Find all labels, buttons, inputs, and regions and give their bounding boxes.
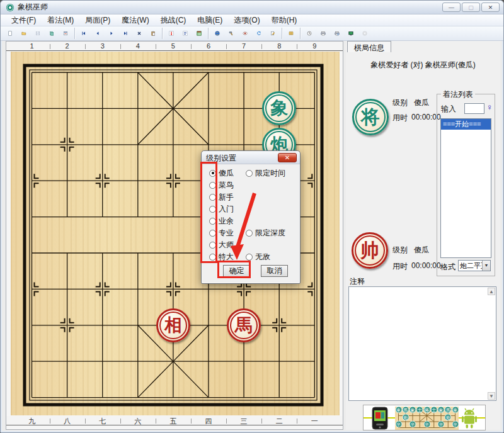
file-number-cn-label: 八 <box>64 417 71 426</box>
level-radio-1[interactable]: 菜鸟 <box>209 180 234 190</box>
toolbar-separator <box>162 28 163 39</box>
level-radio-7[interactable]: 特大 <box>209 252 234 262</box>
cancel-button[interactable]: 取消 <box>261 265 288 277</box>
pin-icon[interactable] <box>164 27 178 40</box>
level-radio-6[interactable]: 大师 <box>209 240 234 250</box>
print-icon[interactable] <box>316 27 330 40</box>
copy-icon[interactable] <box>45 27 59 40</box>
next-move-icon[interactable] <box>105 27 118 40</box>
move-input[interactable] <box>464 103 484 114</box>
red-general-piece: 帅 <box>352 232 388 269</box>
delete-move-icon[interactable] <box>132 27 146 40</box>
engine-icon[interactable] <box>224 27 238 40</box>
ruler-tick <box>261 419 262 424</box>
eye-icon[interactable] <box>238 27 252 40</box>
screen-icon[interactable] <box>344 27 358 40</box>
level-radio-2[interactable]: 新手 <box>209 192 234 202</box>
menu-item-4[interactable]: 挑战(C) <box>155 14 192 26</box>
black-time-label: 用时 <box>392 113 408 123</box>
radio-icon[interactable] <box>246 254 253 261</box>
level-radio-4[interactable]: 业余 <box>209 216 234 226</box>
dialog-close-icon[interactable]: ✕ <box>278 153 297 162</box>
menu-item-0[interactable]: 文件(F) <box>6 14 42 26</box>
menu-item-7[interactable]: 帮助(H) <box>266 14 303 26</box>
previous-move-icon[interactable] <box>91 27 105 40</box>
comment-box[interactable]: ▲ ▼ <box>348 286 496 401</box>
option-radio-2[interactable]: 无敌 <box>246 252 270 262</box>
last-move-icon[interactable] <box>118 27 132 40</box>
menu-item-3[interactable]: 魔法(W) <box>116 14 154 26</box>
file-number-cn-label: 五 <box>169 417 176 426</box>
mobile-ad-banner[interactable]: 車馬象士将士象馬車炮炮卒卒卒卒卒 <box>363 405 486 430</box>
tab-game-info[interactable]: 棋局信息 <box>347 41 391 52</box>
move-input-label: 输入 <box>441 104 456 115</box>
print-preview-icon[interactable] <box>330 27 344 40</box>
radio-icon[interactable] <box>209 206 216 213</box>
toolbar-separator <box>282 28 282 39</box>
stop-icon[interactable] <box>358 27 372 40</box>
ruler-tick <box>50 44 50 49</box>
radio-icon[interactable] <box>209 218 216 225</box>
close-button[interactable]: ✕ <box>481 3 500 12</box>
radio-icon[interactable] <box>246 230 253 237</box>
radio-icon[interactable] <box>209 182 216 189</box>
maximize-button[interactable]: ▢ <box>462 3 480 12</box>
new-document-icon[interactable] <box>3 27 17 40</box>
mini-piece: 士 <box>430 407 437 413</box>
window-title: 象棋巫师 <box>18 2 48 13</box>
annotate-icon[interactable] <box>266 27 280 40</box>
radio-icon[interactable] <box>209 242 216 249</box>
radio-icon[interactable] <box>209 230 216 237</box>
radio-icon[interactable] <box>209 194 216 201</box>
menu-item-6[interactable]: 选项(O) <box>228 14 265 26</box>
red-level-label: 级别 <box>392 245 408 256</box>
minimize-button[interactable]: — <box>442 3 461 12</box>
move-list-group: 着法列表 输入 ♀ ===开始=== 格式 炮二平五 ▼ <box>437 94 495 276</box>
option-radio-0[interactable]: 限定时间 <box>246 168 285 178</box>
file-number-cn-label: 一 <box>311 417 318 426</box>
black-level-value: 傻瓜 <box>414 98 429 108</box>
paste-icon[interactable] <box>146 27 160 40</box>
radio-icon[interactable] <box>246 170 253 177</box>
refresh-icon[interactable] <box>252 27 266 40</box>
file-number-label: 9 <box>312 42 316 50</box>
menu-item-1[interactable]: 着法(M) <box>42 14 79 26</box>
scroll-down-icon[interactable]: ▼ <box>488 392 495 400</box>
move-list-icon[interactable] <box>178 27 192 40</box>
level-radio-5[interactable]: 专业 <box>209 228 234 238</box>
board-icon[interactable] <box>192 27 206 40</box>
ruler-tick <box>85 419 86 424</box>
move-list[interactable]: ===开始=== <box>440 118 491 258</box>
open-file-icon[interactable] <box>17 27 31 40</box>
ok-button[interactable]: 确定 <box>223 265 250 277</box>
game-info-panel: 棋局信息 象棋爱好者 (对) 象棋巫师(傻瓜) 将 级别 傻瓜 用时 00:00… <box>346 41 500 430</box>
move-list-group-label: 着法列表 <box>441 89 475 100</box>
level-settings-dialog: 级别设置 ✕ 傻瓜菜鸟新手入门业余专业大师特大限定时间限定深度无敌 确定 取消 <box>201 150 301 284</box>
first-move-icon[interactable] <box>77 27 91 40</box>
properties-icon[interactable] <box>59 27 72 40</box>
file-number-cn-label: 七 <box>99 417 106 426</box>
phone-icon <box>367 407 392 430</box>
radio-icon[interactable] <box>209 254 216 261</box>
format-select[interactable]: 炮二平五 ▼ <box>458 260 491 271</box>
format-label: 格式 <box>440 262 455 273</box>
mini-piece: 将 <box>423 407 430 413</box>
level-radio-0[interactable]: 傻瓜 <box>209 168 234 178</box>
mini-piece: 馬 <box>445 407 452 413</box>
red-piece-馬[interactable]: 馬 <box>227 308 261 342</box>
menu-item-5[interactable]: 电脑(E) <box>192 14 228 26</box>
chevron-down-icon[interactable]: ▼ <box>482 261 490 271</box>
mini-piece: 炮 <box>402 414 409 421</box>
move-list-item[interactable]: ===开始=== <box>441 119 491 130</box>
globe-icon[interactable] <box>210 27 224 40</box>
radio-icon[interactable] <box>209 170 216 177</box>
book-icon[interactable] <box>284 27 298 40</box>
scroll-up-icon[interactable]: ▲ <box>488 288 495 295</box>
option-radio-1[interactable]: 限定深度 <box>246 228 285 238</box>
red-piece-相[interactable]: 相 <box>156 308 190 342</box>
level-radio-3[interactable]: 入门 <box>209 204 234 214</box>
timer-icon[interactable] <box>302 27 316 40</box>
menu-item-2[interactable]: 局面(P) <box>79 14 116 26</box>
pushpin-icon[interactable]: ♀ <box>486 102 493 112</box>
save-icon[interactable] <box>31 27 45 40</box>
